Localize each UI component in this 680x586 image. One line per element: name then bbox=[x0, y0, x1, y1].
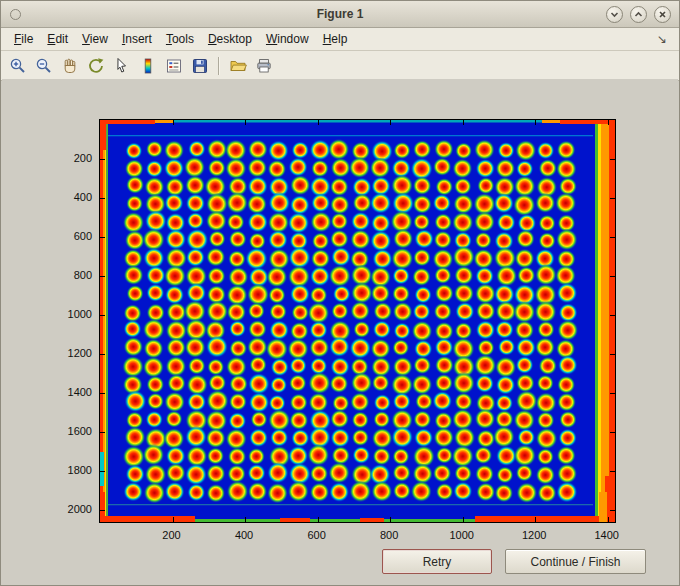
zoom-out-button[interactable] bbox=[32, 54, 56, 78]
colorbar-button[interactable] bbox=[136, 54, 160, 78]
shade-button[interactable] bbox=[606, 6, 623, 23]
pan-button[interactable] bbox=[58, 54, 82, 78]
x-tick-label: 800 bbox=[367, 529, 411, 541]
save-button[interactable] bbox=[188, 54, 212, 78]
menu-item-window[interactable]: Window bbox=[259, 30, 316, 49]
toolbar bbox=[1, 51, 679, 81]
open-folder-icon bbox=[229, 57, 247, 75]
window-controls bbox=[606, 6, 671, 23]
menu-item-tools[interactable]: Tools bbox=[159, 30, 201, 49]
y-tick-label: 600 bbox=[60, 230, 92, 242]
x-tick-label: 600 bbox=[295, 529, 339, 541]
cursor-arrow-icon bbox=[113, 57, 131, 75]
zoom-out-icon bbox=[35, 57, 53, 75]
figure-canvas-area: Retry Continue / Finish 2004006008001000… bbox=[2, 79, 678, 584]
zoom-in-button[interactable] bbox=[6, 54, 30, 78]
window-menu-icon[interactable] bbox=[10, 9, 21, 20]
menu-item-desktop[interactable]: Desktop bbox=[201, 30, 259, 49]
hand-icon bbox=[61, 57, 79, 75]
x-tick-label: 1000 bbox=[440, 529, 484, 541]
x-tick-label: 1400 bbox=[585, 529, 629, 541]
chevron-up-icon bbox=[634, 10, 643, 19]
zoom-in-icon bbox=[9, 57, 27, 75]
y-tick-label: 1800 bbox=[60, 464, 92, 476]
y-tick-label: 1400 bbox=[60, 386, 92, 398]
y-tick-label: 200 bbox=[60, 152, 92, 164]
print-icon bbox=[255, 57, 273, 75]
menubar: FileEditViewInsertToolsDesktopWindowHelp… bbox=[1, 28, 679, 51]
legend-icon bbox=[165, 57, 183, 75]
legend-button[interactable] bbox=[162, 54, 186, 78]
retry-button[interactable]: Retry bbox=[382, 549, 492, 574]
y-tick-label: 400 bbox=[60, 191, 92, 203]
maximize-button[interactable] bbox=[630, 6, 647, 23]
titlebar[interactable]: Figure 1 bbox=[1, 1, 679, 28]
y-tick-label: 800 bbox=[60, 269, 92, 281]
rotate-icon bbox=[87, 57, 105, 75]
menu-item-file[interactable]: File bbox=[7, 30, 40, 49]
x-tick-label: 400 bbox=[222, 529, 266, 541]
continue-finish-button[interactable]: Continue / Finish bbox=[505, 549, 646, 574]
print-button[interactable] bbox=[252, 54, 276, 78]
y-tick-label: 1200 bbox=[60, 347, 92, 359]
rotate-3d-button[interactable] bbox=[84, 54, 108, 78]
colorbar-icon bbox=[139, 57, 157, 75]
close-button[interactable] bbox=[654, 6, 671, 23]
heatmap-image[interactable] bbox=[99, 119, 616, 523]
y-tick-label: 1000 bbox=[60, 308, 92, 320]
window-title: Figure 1 bbox=[1, 7, 679, 21]
menu-item-edit[interactable]: Edit bbox=[40, 30, 75, 49]
data-cursor-button[interactable] bbox=[110, 54, 134, 78]
x-tick-label: 1200 bbox=[512, 529, 556, 541]
chevron-down-icon bbox=[610, 10, 619, 19]
menu-item-view[interactable]: View bbox=[75, 30, 115, 49]
toolbar-separator bbox=[218, 57, 220, 75]
menu-item-help[interactable]: Help bbox=[316, 30, 355, 49]
dock-figure-icon[interactable]: ↘ bbox=[657, 32, 673, 46]
y-tick-label: 1600 bbox=[60, 425, 92, 437]
save-icon bbox=[191, 57, 209, 75]
figure-window: Figure 1 FileEditViewInsertToolsDesktopW… bbox=[0, 0, 680, 586]
y-tick-label: 2000 bbox=[60, 503, 92, 515]
menu-item-insert[interactable]: Insert bbox=[115, 30, 159, 49]
close-icon bbox=[658, 10, 667, 19]
x-tick-label: 200 bbox=[150, 529, 194, 541]
open-button[interactable] bbox=[226, 54, 250, 78]
